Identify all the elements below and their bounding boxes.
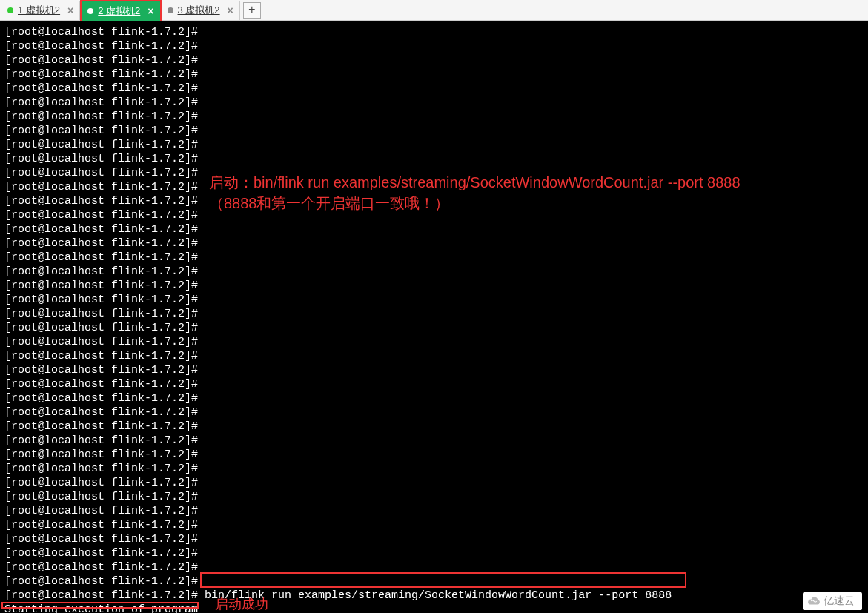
prompt-line: [root@localhost flink-1.7.2]#	[4, 574, 868, 589]
prompt-line: [root@localhost flink-1.7.2]#	[4, 335, 868, 349]
prompt-line: [root@localhost flink-1.7.2]#	[4, 448, 868, 462]
prompt-line: [root@localhost flink-1.7.2]#	[4, 222, 868, 236]
prompt-line: [root@localhost flink-1.7.2]#	[4, 377, 868, 391]
watermark-badge: 亿速云	[803, 592, 862, 610]
prompt-line: [root@localhost flink-1.7.2]#	[4, 363, 868, 377]
prompt-line: [root@localhost flink-1.7.2]#	[4, 39, 868, 53]
prompt-line: [root@localhost flink-1.7.2]#	[4, 96, 868, 110]
prompt-line: [root@localhost flink-1.7.2]#	[4, 265, 868, 279]
add-tab-button[interactable]: +	[243, 2, 261, 19]
prompt-line: [root@localhost flink-1.7.2]#	[4, 53, 868, 67]
close-icon[interactable]: ×	[148, 6, 153, 16]
command-line: [root@localhost flink-1.7.2]# bin/flink …	[4, 589, 868, 603]
tab-vm-1[interactable]: 1 虚拟机2 ×	[1, 1, 80, 20]
prompt-line: [root@localhost flink-1.7.2]#	[4, 82, 868, 96]
status-dot-icon	[168, 7, 173, 13]
prompt-line: [root@localhost flink-1.7.2]#	[4, 434, 868, 448]
prompt-line: [root@localhost flink-1.7.2]#	[4, 293, 868, 307]
tab-vm-3[interactable]: 3 虚拟机2 ×	[162, 1, 240, 20]
terminal-area[interactable]: [root@localhost flink-1.7.2]#[root@local…	[0, 21, 868, 613]
tab-label: 1 虚拟机2	[18, 4, 60, 17]
prompt-line: [root@localhost flink-1.7.2]#	[4, 236, 868, 251]
prompt-line: [root@localhost flink-1.7.2]#	[4, 124, 868, 138]
watermark-text: 亿速云	[824, 594, 855, 608]
tab-label: 2 虚拟机2	[98, 4, 140, 18]
close-icon[interactable]: ×	[228, 5, 233, 16]
prompt-line: [root@localhost flink-1.7.2]#	[4, 490, 868, 504]
prompt-line: [root@localhost flink-1.7.2]#	[4, 307, 868, 321]
prompt-line: [root@localhost flink-1.7.2]#	[4, 560, 868, 574]
annotation-start-command: 启动：bin/flink run examples/streaming/Sock…	[209, 172, 861, 213]
prompt-line: [root@localhost flink-1.7.2]#	[4, 405, 868, 420]
status-dot-icon	[87, 8, 93, 14]
prompt-line: [root@localhost flink-1.7.2]#	[4, 279, 868, 293]
annotation-line: （8888和第一个开启端口一致哦！）	[209, 193, 861, 213]
tab-label: 3 虚拟机2	[178, 4, 220, 17]
prompt-line: [root@localhost flink-1.7.2]#	[4, 251, 868, 265]
prompt-line: [root@localhost flink-1.7.2]#	[4, 67, 868, 82]
prompt-line: [root@localhost flink-1.7.2]#	[4, 321, 868, 335]
annotation-success: 启动成功	[215, 594, 268, 613]
prompt-line: [root@localhost flink-1.7.2]#	[4, 138, 868, 152]
prompt-line: [root@localhost flink-1.7.2]#	[4, 349, 868, 363]
output-line: Starting execution of program	[4, 603, 868, 613]
tab-vm-2[interactable]: 2 虚拟机2 ×	[80, 0, 161, 21]
prompt-line: [root@localhost flink-1.7.2]#	[4, 391, 868, 405]
prompt-line: [root@localhost flink-1.7.2]#	[4, 504, 868, 518]
prompt-line: [root@localhost flink-1.7.2]#	[4, 110, 868, 124]
entered-command: bin/flink run examples/streaming/SocketW…	[205, 589, 672, 602]
cloud-icon	[807, 597, 821, 606]
prompt-line: [root@localhost flink-1.7.2]#	[4, 476, 868, 490]
annotation-line: 启动：bin/flink run examples/streaming/Sock…	[209, 172, 861, 193]
prompt-line: [root@localhost flink-1.7.2]#	[4, 532, 868, 546]
prompt-line: [root@localhost flink-1.7.2]#	[4, 546, 868, 560]
prompt-line: [root@localhost flink-1.7.2]#	[4, 518, 868, 532]
prompt-line: [root@localhost flink-1.7.2]#	[4, 25, 868, 39]
prompt-line: [root@localhost flink-1.7.2]#	[4, 462, 868, 476]
status-dot-icon	[7, 7, 13, 13]
prompt-line: [root@localhost flink-1.7.2]#	[4, 152, 868, 166]
prompt-line: [root@localhost flink-1.7.2]#	[4, 420, 868, 434]
close-icon[interactable]: ×	[67, 5, 73, 16]
tab-bar: 1 虚拟机2 × 2 虚拟机2 × 3 虚拟机2 × +	[0, 0, 868, 21]
